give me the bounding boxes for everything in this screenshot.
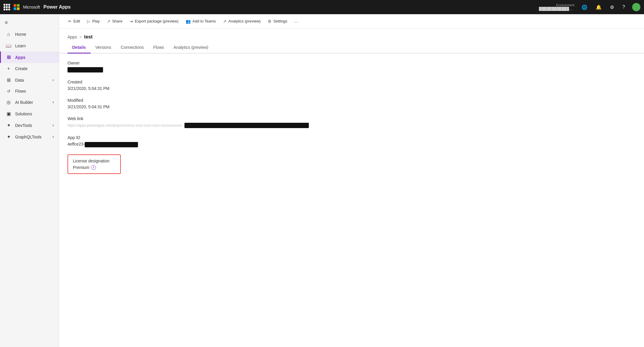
sidebar-toggle[interactable]: ≡ [0,17,59,29]
tab-connections[interactable]: Connections [116,42,149,54]
add-to-teams-label: Add to Teams [192,19,216,23]
sidebar-item-ai-builder[interactable]: ◎ AI Builder ∨ [0,96,59,108]
analytics-label: Analytics (preview) [228,19,261,23]
weblink-blurred: https://apps.powerapps.com/play/xxxxxxxx… [68,123,182,127]
breadcrumb-separator: > [79,35,82,39]
content-area: Apps > test Details Versions Connections… [59,28,644,347]
created-value: 3/21/2020, 5:04:31 PM [68,86,636,91]
edit-icon: ✏ [68,19,72,24]
license-field: License designation Premium i [68,154,636,174]
solutions-icon: ▣ [6,111,12,117]
created-label: Created [68,80,636,84]
sidebar-label-devtools: DevTools [15,123,49,128]
home-icon: ⌂ [6,32,12,37]
analytics-icon: ↗ [223,19,227,24]
weblink-row: https://apps.powerapps.com/play/xxxxxxxx… [68,123,636,128]
info-icon[interactable]: i [91,165,96,170]
sidebar-item-home[interactable]: ⌂ Home [0,29,59,40]
graphql-chevron: ∨ [52,135,54,138]
tab-flows[interactable]: Flows [148,42,169,54]
weblink-label: Web link [68,116,636,121]
environment-value: ███████████████ [539,7,574,11]
settings-button[interactable]: ⚙ Settings [265,17,290,25]
modified-value: 3/21/2020, 5:04:31 PM [68,104,636,109]
sidebar-label-flows: Flows [15,89,54,93]
notification-icon[interactable]: 🔔 [595,3,603,11]
details-section: Owner Created 3/21/2020, 5:04:31 PM Modi… [59,54,644,188]
settings-icon[interactable]: ⚙ [609,3,615,11]
play-icon: ▷ [87,19,90,24]
tab-versions[interactable]: Versions [91,42,116,54]
owner-field: Owner [68,61,636,72]
top-nav: Microsoft Power Apps Environment ███████… [0,0,644,14]
tab-analytics[interactable]: Analytics (preview) [169,42,213,54]
sidebar-item-data[interactable]: ⊞ Data ∨ [0,74,59,86]
sidebar-item-devtools[interactable]: ✦ DevTools ∨ [0,120,59,131]
create-icon: + [6,66,12,71]
main-layout: ≡ ⌂ Home 📖 Learn ⊞ Apps + Create ⊞ Data … [0,14,644,347]
devtools-icon: ✦ [6,122,12,128]
export-button[interactable]: ⇥ Export package (preview) [126,17,181,25]
modified-label: Modified [68,98,636,103]
data-chevron: ∨ [52,78,54,82]
settings-label: Settings [273,19,287,23]
export-icon: ⇥ [129,19,133,24]
waffle-icon[interactable] [4,4,10,10]
sidebar-item-flows[interactable]: ↺ Flows [0,86,59,96]
toolbar: ✏ Edit ▷ Play ↗ Share ⇥ Export package (… [59,14,644,28]
sidebar-item-create[interactable]: + Create [0,63,59,74]
appid-redacted [85,142,138,147]
environment-section: Environment ███████████████ [539,3,574,11]
graphql-icon: ✦ [6,134,12,140]
sidebar-label-graphqltools: GraphQLTools [15,135,49,139]
created-field: Created 3/21/2020, 5:04:31 PM [68,80,636,91]
owner-label: Owner [68,61,636,65]
edit-button[interactable]: ✏ Edit [65,17,83,25]
weblink-field: Web link https://apps.powerapps.com/play… [68,116,636,128]
sidebar-label-solutions: Solutions [15,112,54,116]
modified-field: Modified 3/21/2020, 5:04:31 PM [68,98,636,109]
sidebar-item-learn[interactable]: 📖 Learn [0,40,59,51]
help-icon[interactable]: ? [621,3,626,11]
apps-icon: ⊞ [6,54,12,60]
weblink-redacted [184,123,309,128]
breadcrumb-parent[interactable]: Apps [68,35,77,39]
settings-btn-icon: ⚙ [268,19,272,24]
right-panel: ✏ Edit ▷ Play ↗ Share ⇥ Export package (… [59,14,644,347]
analytics-button[interactable]: ↗ Analytics (preview) [220,17,264,25]
sidebar-label-apps: Apps [15,55,54,60]
sidebar-label-learn: Learn [15,43,54,48]
sidebar-item-apps[interactable]: ⊞ Apps [0,51,59,63]
share-icon: ↗ [107,19,110,24]
share-button[interactable]: ↗ Share [104,17,126,25]
license-label: License designation [73,159,115,163]
tab-details[interactable]: Details [68,42,91,54]
appid-value: 4effce23- [68,142,636,147]
devtools-chevron: ∨ [52,124,54,127]
more-label: ... [294,19,298,23]
sidebar-item-graphqltools[interactable]: ✦ GraphQLTools ∨ [0,131,59,143]
play-button[interactable]: ▷ Play [84,17,102,25]
ai-builder-icon: ◎ [6,99,12,105]
appid-prefix: 4effce23- [68,142,85,146]
more-button[interactable]: ... [291,17,301,25]
export-label: Export package (preview) [135,19,178,23]
breadcrumb: Apps > test [59,28,644,42]
sidebar-label-create: Create [15,66,54,71]
sidebar: ≡ ⌂ Home 📖 Learn ⊞ Apps + Create ⊞ Data … [0,14,59,347]
owner-redacted [68,67,103,72]
appid-field: App ID 4effce23- [68,135,636,147]
globe-icon[interactable]: 🌐 [580,3,589,11]
sidebar-label-data: Data [15,78,49,83]
edit-label: Edit [73,19,80,23]
sidebar-label-home: Home [15,32,54,37]
avatar[interactable] [632,3,640,11]
ai-builder-chevron: ∨ [52,101,54,104]
sidebar-label-ai-builder: AI Builder [15,100,49,105]
sidebar-item-solutions[interactable]: ▣ Solutions [0,108,59,120]
add-to-teams-button[interactable]: 👥 Add to Teams [183,17,219,25]
tabs-bar: Details Versions Connections Flows Analy… [59,42,644,54]
teams-icon: 👥 [186,19,191,24]
appid-label: App ID [68,135,636,140]
nav-left: Microsoft Power Apps [4,4,71,10]
